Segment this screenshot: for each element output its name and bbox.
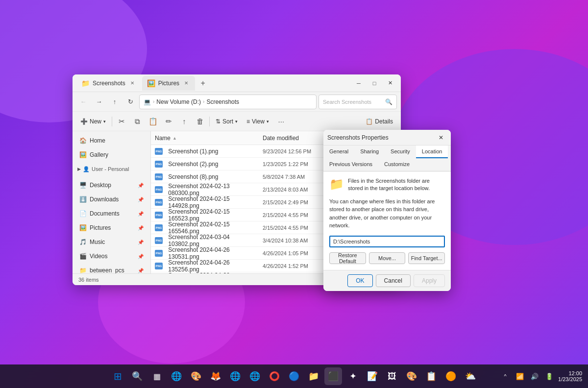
dialog-tab-security[interactable]: Security <box>385 146 416 158</box>
refresh-button[interactable]: ↻ <box>123 95 137 109</box>
properties-dialog: Screenshots Properties ✕ General Sharing… <box>323 130 451 291</box>
sidebar-item-desktop[interactable]: 🖥️ Desktop 📌 <box>74 178 148 192</box>
start-button[interactable]: ⊞ <box>109 367 126 385</box>
new-tab-button[interactable]: + <box>196 76 210 90</box>
tab-pictures[interactable]: 🖼️ Pictures ✕ <box>142 76 195 91</box>
close-button[interactable]: ✕ <box>383 76 397 90</box>
sidebar-item-home[interactable]: 🏠 Home <box>74 134 148 147</box>
taskbar-circle[interactable]: ⭕ <box>266 367 283 385</box>
home-icon: 🏠 <box>79 137 87 144</box>
dialog-tab-location[interactable]: Location <box>416 146 448 158</box>
tab-screenshots[interactable]: 📁 Screenshots ✕ <box>76 76 141 91</box>
breadcrumb[interactable]: 💻 › New Volume (D:) › Screenshots <box>139 95 317 109</box>
view-button[interactable]: ≡ View ▾ <box>243 114 273 129</box>
file-icon: PNG <box>155 224 163 231</box>
taskbar-colorful1[interactable]: 🎨 <box>187 367 205 385</box>
taskbar-battery[interactable]: 🔋 <box>543 370 555 382</box>
file-name: Screenshot 2024-02-15 144928.png <box>168 195 255 209</box>
taskbar-clipboard2[interactable]: 📋 <box>422 367 440 385</box>
taskbar-edge3[interactable]: 🌐 <box>246 367 264 385</box>
dialog-path-input[interactable] <box>329 236 445 247</box>
taskbar-clock[interactable]: 12:00 1/23/2025 <box>558 370 582 382</box>
taskbar-speaker[interactable]: 🔊 <box>529 370 540 382</box>
file-date: 4/26/2024 1:52 PM <box>259 263 327 269</box>
taskbar-edge2[interactable]: 🌐 <box>226 367 244 385</box>
rename-button[interactable]: ✏ <box>161 114 176 129</box>
taskbar-widgets[interactable]: ▦ <box>148 367 166 385</box>
taskbar-chatgpt[interactable]: ✦ <box>344 367 362 385</box>
share-button[interactable]: ↑ <box>177 114 192 129</box>
delete-button[interactable]: 🗑 <box>193 114 207 129</box>
dialog-tab-customize[interactable]: Customize <box>378 158 416 171</box>
videos-icon: 🎬 <box>79 253 87 260</box>
move-button[interactable]: Move... <box>369 252 406 264</box>
sidebar-item-between-pcs[interactable]: 📁 between_pcs 📌 <box>74 264 148 273</box>
sidebar-section-user[interactable]: ▶ 👤 User - Personal <box>73 162 150 176</box>
details-button[interactable]: 📋 Details <box>362 114 397 129</box>
taskbar-weather[interactable]: ⛅ <box>462 367 479 385</box>
taskbar-notepad[interactable]: 📝 <box>364 367 381 385</box>
taskbar-browser[interactable]: 🦊 <box>207 367 224 385</box>
sort-chevron-icon: ▾ <box>235 119 238 124</box>
cut-button[interactable]: ✂ <box>114 114 129 129</box>
sidebar-item-pictures[interactable]: 🖼️ Pictures 📌 <box>74 221 148 235</box>
sidebar-item-downloads[interactable]: ⬇️ Downloads 📌 <box>74 193 148 206</box>
taskbar-terminal[interactable]: ⬛ <box>324 367 342 385</box>
dialog-title: Screenshots Properties <box>327 134 435 141</box>
view-icon: ≡ <box>246 118 250 125</box>
tab-pictures-close[interactable]: ✕ <box>182 79 190 87</box>
taskbar-sketchbook[interactable]: 🎨 <box>403 367 420 385</box>
dialog-close-button[interactable]: ✕ <box>435 132 447 144</box>
breadcrumb-drive: New Volume (D:) <box>156 98 201 105</box>
dialog-apply-button[interactable]: Apply <box>414 274 445 287</box>
sort-button[interactable]: ⇅ Sort ▾ <box>212 114 242 129</box>
dialog-cancel-button[interactable]: Cancel <box>376 274 411 287</box>
file-date: 4/26/2024 1:05 PM <box>259 250 327 256</box>
taskbar-chrome[interactable]: 🔵 <box>285 367 303 385</box>
taskbar-photos[interactable]: 🖼 <box>383 367 401 385</box>
sort-label: Sort <box>222 118 233 125</box>
sidebar-item-videos[interactable]: 🎬 Videos 📌 <box>74 249 148 263</box>
col-date-header[interactable]: Date modified <box>259 135 327 142</box>
taskbar-search[interactable]: 🔍 <box>128 367 146 385</box>
file-icon: PNG <box>155 161 163 168</box>
minimize-button[interactable]: ─ <box>352 76 366 90</box>
maximize-button[interactable]: □ <box>368 76 381 90</box>
item-count: 36 items <box>78 277 99 283</box>
col-name-header[interactable]: Name ▲ <box>151 135 259 142</box>
file-icon: PNG <box>155 148 163 155</box>
dialog-tab-sharing[interactable]: Sharing <box>354 146 385 158</box>
dialog-ok-button[interactable]: OK <box>347 274 372 287</box>
sidebar-item-music[interactable]: 🎵 Music 📌 <box>74 235 148 249</box>
dialog-tabs: General Sharing Security Location Previo… <box>323 146 451 171</box>
taskbar-network[interactable]: 📶 <box>514 370 526 382</box>
new-button[interactable]: ➕ New ▾ <box>76 114 110 129</box>
file-name: Screenshot 2024-04-26 130531.png <box>168 246 255 260</box>
taskbar-app1[interactable]: 🟠 <box>442 367 460 385</box>
user-chevron-icon: ▶ <box>77 167 81 171</box>
dialog-tab-general[interactable]: General <box>323 146 354 158</box>
window-controls: ─ □ ✕ <box>352 76 397 90</box>
taskbar-chevron[interactable]: ^ <box>499 370 511 382</box>
more-button[interactable]: ··· <box>274 114 289 129</box>
restore-default-button[interactable]: Restore Default <box>329 252 366 264</box>
copy-button[interactable]: ⧉ <box>130 114 145 129</box>
find-target-button[interactable]: Find Target... <box>408 252 445 264</box>
taskbar-explorer[interactable]: 📁 <box>305 367 322 385</box>
forward-button[interactable]: → <box>92 95 106 109</box>
up-button[interactable]: ↑ <box>108 95 122 109</box>
documents-label: Documents <box>90 210 120 217</box>
tab-screenshots-close[interactable]: ✕ <box>128 79 136 87</box>
back-button[interactable]: ← <box>76 95 90 109</box>
taskbar-edge[interactable]: 🌐 <box>168 367 185 385</box>
search-box[interactable]: Search Screenshots 🔍 <box>318 95 397 109</box>
sidebar-item-gallery[interactable]: 🖼️ Gallery <box>74 148 148 162</box>
sidebar-item-documents[interactable]: 📄 Documents 📌 <box>74 207 148 220</box>
between-pcs-label: between_pcs <box>90 267 124 273</box>
paste-button[interactable]: 📋 <box>146 114 160 129</box>
new-icon: ➕ <box>80 118 88 125</box>
details-label: Details <box>375 118 393 125</box>
details-icon: 📋 <box>366 118 373 125</box>
dialog-tab-prev-versions[interactable]: Previous Versions <box>323 158 378 171</box>
user-label: User - Personal <box>92 166 129 172</box>
